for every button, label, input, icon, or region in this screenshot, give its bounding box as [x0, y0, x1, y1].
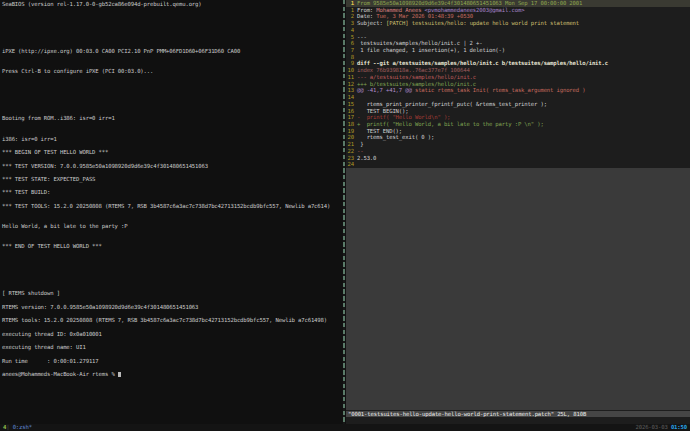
- vim-line-number: 6: [346, 40, 354, 47]
- vim-line-number: 18: [346, 121, 354, 128]
- vim-line-number: 7: [346, 47, 354, 54]
- terminal-line: executing thread name: UI1: [2, 344, 86, 351]
- vim-line-number: 10: [346, 67, 354, 74]
- vim-line-number: 5: [346, 34, 354, 41]
- vim-line-number: 4: [346, 27, 354, 34]
- terminal-line: *** BEGIN OF TEST HELLO WORLD ***: [2, 149, 108, 156]
- vim-line-number: 22: [346, 148, 354, 155]
- vim-statusline: "0001-testsuites-hello-update-hello-worl…: [346, 411, 690, 418]
- terminal-line: Booting from ROM..i386: isr=0 irr=1: [2, 115, 115, 122]
- vim-buffer-line: 13@@ -41,7 +41,7 @@ static rtems_task In…: [346, 87, 690, 94]
- terminal-line: executing thread ID: 0x0a010001: [2, 331, 102, 338]
- tmux-date: 2026-03-03: [636, 424, 668, 430]
- vim-buffer-line: 12+++ b/testsuites/samples/hello/init.c: [346, 81, 690, 88]
- vim-buffer-line: 18+ printf( "Hello World, a bit late to …: [346, 121, 690, 128]
- terminal-line: [ RTEMS shutdown ]: [2, 290, 60, 297]
- terminal-line: *** END OF TEST HELLO WORLD ***: [2, 243, 102, 250]
- terminal-line: Run time : 0:00:01.279117: [2, 358, 99, 365]
- vim-buffer-line: 8: [346, 54, 690, 61]
- terminal-line: i386: isr=0 irr=1: [2, 136, 57, 143]
- vim-line-number: 24: [346, 161, 354, 168]
- vim-buffer-line: 2Date: Tue, 3 Mar 2026 01:48:39 +0530: [346, 13, 690, 20]
- terminal-line: *** TEST TOOLS: 15.2.0 20250808 (RTEMS 7…: [2, 203, 330, 210]
- vim-line-number: 2: [346, 13, 354, 20]
- vim-buffer-line: 19 TEST_END();: [346, 128, 690, 135]
- vim-buffer-line: 3Subject: [PATCH] testsuites/hello: upda…: [346, 20, 690, 27]
- terminal-line: SeaBIOS (version rel-1.17.0-0-gb52ca86e0…: [2, 1, 202, 8]
- vim-buffer-line: 16 TEST_BEGIN();: [346, 108, 690, 115]
- vim-pane[interactable]: 1 From 9585e50a1098920d9d6e39c4f30148065…: [346, 0, 690, 424]
- tmux-status-left: 4| 0:zsh*: [0, 424, 32, 431]
- vim-buffer-line: 15 rtems_print_printer_fprintf_putc( &rt…: [346, 101, 690, 108]
- terminal-line: Press Ctrl-B to configure iPXE (PCI 00:0…: [2, 68, 153, 75]
- pane-divider[interactable]: [343, 0, 345, 424]
- vim-buffer-line: 5---: [346, 34, 690, 41]
- terminal-line: RTEMS tools: 15.2.0 20250808 (RTEMS 7, R…: [2, 317, 327, 324]
- vim-line-number: 11: [346, 74, 354, 81]
- vim-line-number: 12: [346, 81, 354, 88]
- tmux-status-bar: 4| 0:zsh* 2026-03-03 01:50: [0, 424, 690, 431]
- tmux-status-right: 2026-03-03 01:50: [636, 424, 690, 431]
- vim-line-number: 1: [346, 7, 354, 14]
- vim-buffer-line: 4: [346, 27, 690, 34]
- tmux-window-tab[interactable]: 0:zsh*: [13, 424, 32, 430]
- vim-line-number: 23: [346, 155, 354, 162]
- vim-buffer-line: 20 rtems_test_exit( 0 );: [346, 134, 690, 141]
- vim-buffer-line: 232.53.0: [346, 155, 690, 162]
- vim-buffer-line: 7 1 file changed, 1 insertion(+), 1 dele…: [346, 47, 690, 54]
- vim-line-number: 15: [346, 101, 354, 108]
- vim-buffer-line: 24: [346, 161, 690, 168]
- terminal-line: Hello World, a bit late to the party :P: [2, 223, 128, 230]
- vim-cursor-line-number: 1: [346, 0, 354, 7]
- terminal-line: RTEMS version: 7.0.0.9585e50a1098920d9d6…: [2, 304, 198, 311]
- vim-line-number: 19: [346, 128, 354, 135]
- vim-cursor-line[interactable]: 1 From 9585e50a1098920d9d6e39c4f30148065…: [346, 0, 690, 7]
- vim-line-number: 9: [346, 60, 354, 67]
- terminal-line: *** TEST BUILD:: [2, 189, 50, 196]
- vim-command-line[interactable]: [346, 417, 690, 424]
- vim-buffer-line: 10index 76b939818a..76ac377e7f 100644: [346, 67, 690, 74]
- terminal-cursor[interactable]: [118, 372, 121, 378]
- terminal-line: iPXE (http://ipxe.org) 00:03.0 CA00 PCI2…: [2, 48, 240, 55]
- vim-buffer-line: 11--- a/testsuites/samples/hello/init.c: [346, 74, 690, 81]
- vim-buffer-line: 14: [346, 94, 690, 101]
- terminal-line: *** TEST STATE: EXPECTED_PASS: [2, 176, 95, 183]
- vim-buffer-line: 1From: Mohammed Anees <pvmohammedanees20…: [346, 7, 690, 14]
- vim-line-number: 21: [346, 141, 354, 148]
- vim-buffer-lines: 1From: Mohammed Anees <pvmohammedanees20…: [346, 7, 690, 168]
- terminal-pane[interactable]: SeaBIOS (version rel-1.17.0-0-gb52ca86e0…: [0, 0, 343, 424]
- vim-line-number: 3: [346, 20, 354, 27]
- vim-line-number: 16: [346, 108, 354, 115]
- vim-buffer-line: 21 }: [346, 141, 690, 148]
- tmux-separator: |: [6, 424, 9, 430]
- vim-line-number: 8: [346, 54, 354, 61]
- vim-buffer-line: 17- printf( "Hello World\n" );: [346, 114, 690, 121]
- vim-line-number: 13: [346, 87, 354, 94]
- vim-line-number: 20: [346, 134, 354, 141]
- vim-buffer-line: 9diff --git a/testsuites/samples/hello/i…: [346, 60, 690, 67]
- tmux-clock: 01:50: [671, 424, 687, 430]
- terminal-line: anees@Mohammeds-MacBook-Air rtems %: [2, 371, 121, 378]
- tmux-screen: SeaBIOS (version rel-1.17.0-0-gb52ca86e0…: [0, 0, 690, 431]
- terminal-line: *** TEST VERSION: 7.0.0.9585e50a1098920d…: [2, 163, 208, 170]
- vim-line-number: 17: [346, 114, 354, 121]
- vim-cursor-line-text: From 9585e50a1098920d9d6e39c4f3014806514…: [357, 0, 582, 7]
- vim-line-number: 14: [346, 94, 354, 101]
- vim-empty-area: [346, 168, 690, 410]
- vim-buffer-line: 22--: [346, 148, 690, 155]
- vim-buffer-line: 6 testsuites/samples/hello/init.c | 2 +-: [346, 40, 690, 47]
